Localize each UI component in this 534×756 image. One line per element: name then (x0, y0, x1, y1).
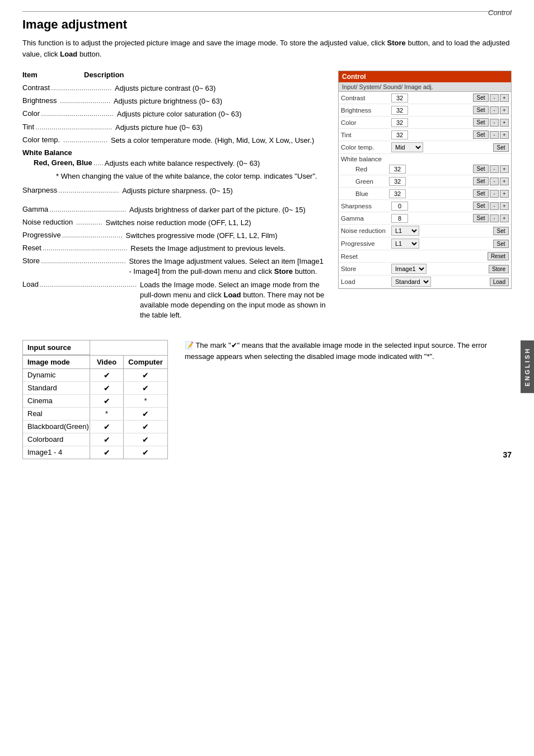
blue-minus-button[interactable]: - (490, 190, 499, 198)
list-item: Store ..................................… (22, 256, 327, 277)
bottom-section: Input source Image mode Video Computer D… (22, 340, 512, 459)
list-item: Gamma ..................................… (22, 205, 327, 215)
list-item: Color ..................................… (22, 109, 327, 119)
green-plus-button[interactable]: + (500, 178, 509, 185)
table-row: Real * ✔ (23, 408, 167, 421)
red-set-button[interactable]: Set (473, 165, 489, 173)
colortemp-select[interactable]: Mid High Low X Low User (391, 142, 423, 152)
red-plus-button[interactable]: + (500, 165, 509, 173)
white-balance-header: White Balance (22, 148, 72, 157)
panel-header: Control (339, 71, 511, 82)
table-row: Dynamic ✔ ✔ (23, 369, 167, 382)
brightness-plus-button[interactable]: + (500, 106, 509, 114)
colortemp-set-button[interactable]: Set (493, 143, 509, 152)
table-header: Input source (23, 340, 167, 356)
table-row: Colorboard ✔ ✔ (23, 433, 167, 446)
sharpness-minus-button[interactable]: - (490, 202, 499, 210)
panel-row-colortemp: Color temp. Mid High Low X Low User Set (339, 141, 511, 154)
col-item: Item (22, 71, 84, 79)
tint-minus-button[interactable]: - (490, 131, 499, 139)
wb-section-label: White balance (339, 154, 511, 163)
color-set-button[interactable]: Set (473, 118, 489, 127)
store-select[interactable]: Image1 Image2 Image3 Image4 (391, 264, 427, 274)
sharpness-set-button[interactable]: Set (473, 202, 489, 210)
panel-row-color: Color 32 Set - + (339, 116, 511, 129)
progressive-select[interactable]: L1 OFF L2 Film (391, 239, 419, 249)
green-minus-button[interactable]: - (490, 178, 499, 185)
panel-row-brightness: Brightness 32 Set - + (339, 104, 511, 116)
gamma-set-button[interactable]: Set (473, 214, 489, 222)
noise-set-button[interactable]: Set (493, 227, 509, 235)
gamma-plus-button[interactable]: + (500, 214, 509, 222)
list-item: Progressive ............................… (22, 231, 327, 241)
list-item: Noise reduction ............. Switches n… (22, 218, 327, 228)
panel-row-tint: Tint 32 Set - + (339, 129, 511, 141)
table-col-headers: Image mode Video Computer (23, 356, 167, 369)
reset-button[interactable]: Reset (488, 252, 509, 260)
tint-plus-button[interactable]: + (500, 131, 509, 139)
tint-set-button[interactable]: Set (473, 130, 489, 139)
gamma-minus-button[interactable]: - (490, 214, 499, 222)
brightness-minus-button[interactable]: - (490, 106, 499, 114)
panel-subheader: Input/ System/ Sound/ Image adj. (339, 82, 511, 92)
load-button[interactable]: Load (490, 278, 509, 286)
color-minus-button[interactable]: - (490, 119, 499, 127)
table-row: Cinema ✔ * (23, 395, 167, 408)
control-label: Control (488, 8, 512, 17)
panel-row-load: Load Standard Dynamic Cinema Real Load (339, 276, 511, 288)
panel-row-red: Red 32 Set - + (339, 163, 511, 175)
panel-row-progressive: Progressive L1 OFF L2 Film Set (339, 237, 511, 250)
table-note: 📝 The mark "✔" means that the available … (179, 340, 512, 362)
store-button[interactable]: Store (489, 265, 509, 273)
sharpness-plus-button[interactable]: + (500, 202, 509, 210)
contrast-plus-button[interactable]: + (500, 94, 509, 102)
panel-row-store: Store Image1 Image2 Image3 Image4 Store (339, 263, 511, 276)
load-select[interactable]: Standard Dynamic Cinema Real (391, 277, 431, 287)
table-row: Standard ✔ ✔ (23, 382, 167, 395)
control-panel: Control Input/ System/ Sound/ Image adj.… (338, 71, 512, 289)
intro-text: This function is to adjust the projected… (22, 38, 512, 59)
list-item: Reset ..................................… (22, 244, 327, 254)
page-title: Image adjustment (22, 17, 512, 32)
progressive-set-button[interactable]: Set (493, 240, 509, 248)
left-content: Item Description Contrast ..............… (22, 71, 327, 323)
list-item: Contrast .............................. … (22, 83, 327, 94)
table-row: Image1 - 4 ✔ ✔ (23, 446, 167, 459)
list-item: Tint ...................................… (22, 123, 327, 133)
color-plus-button[interactable]: + (500, 119, 509, 127)
panel-row-blue: Blue 32 Set - + (339, 188, 511, 200)
input-source-table: Input source Image mode Video Computer D… (22, 340, 168, 459)
green-set-button[interactable]: Set (473, 177, 489, 185)
brightness-set-button[interactable]: Set (473, 106, 489, 114)
blue-plus-button[interactable]: + (500, 190, 509, 198)
blue-set-button[interactable]: Set (473, 189, 489, 198)
panel-row-sharpness: Sharpness 0 Set - + (339, 200, 511, 212)
list-item: Load ...................................… (22, 280, 327, 321)
noise-select[interactable]: L1 OFF L2 (391, 226, 419, 236)
list-item: Sharpness ..............................… (22, 186, 327, 196)
asterisk-note: * When changing the value of the white b… (22, 171, 327, 181)
page-number: 37 (503, 450, 512, 459)
col-description: Description (84, 71, 327, 79)
english-label: ENGLISH (521, 340, 534, 393)
list-item: Red, Green, Blue ..... Adjusts each whit… (34, 158, 327, 169)
panel-row-reset: Reset Reset (339, 250, 511, 263)
list-item: Brightness ......................... Adj… (22, 96, 327, 106)
table-row: Blackboard(Green) ✔ ✔ (23, 421, 167, 433)
panel-row-green: Green 32 Set - + (339, 175, 511, 188)
contrast-set-button[interactable]: Set (473, 94, 489, 102)
panel-row-noise: Noise reduction L1 OFF L2 Set (339, 225, 511, 237)
list-item: Color temp. ...................... Sets … (22, 136, 327, 146)
panel-row-gamma: Gamma 8 Set - + (339, 212, 511, 225)
red-minus-button[interactable]: - (490, 165, 499, 173)
panel-row-contrast: Contrast 32 Set - + (339, 92, 511, 104)
contrast-minus-button[interactable]: - (490, 94, 499, 102)
